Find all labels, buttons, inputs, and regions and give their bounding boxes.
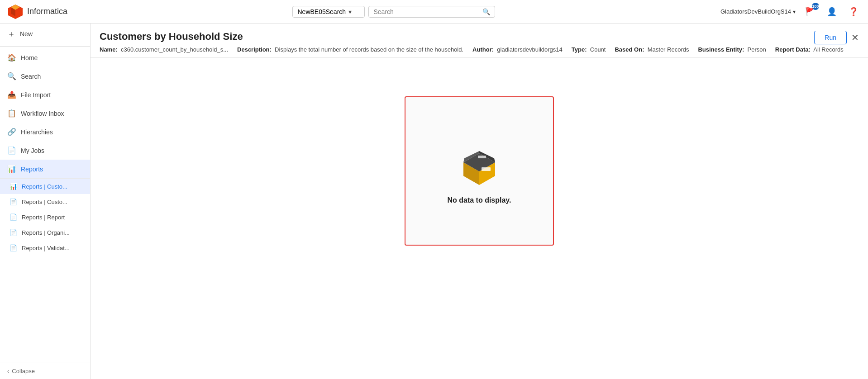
chevron-left-icon: ‹ <box>7 368 9 374</box>
report-desc-value: Displays the total number of records bas… <box>275 46 463 53</box>
sidebar-item-hierarchies[interactable]: 🔗 Hierarchies <box>0 123 90 141</box>
report-actions: Run ✕ <box>814 31 859 44</box>
chevron-down-icon: ▾ <box>348 8 352 15</box>
search-context-dropdown[interactable]: NewBE05Search ▾ <box>292 6 365 18</box>
reports-validat-icon: 📄 <box>9 244 17 251</box>
reports-icon: 📊 <box>7 165 16 173</box>
report-header: Customers by Household Size Name: c360.c… <box>91 24 868 58</box>
sidebar-sub-item-reports-report[interactable]: 📄 Reports | Report <box>0 209 90 225</box>
report-data-value: All Records <box>813 46 843 53</box>
report-author-value: gladiatorsdevbuildorgs14 <box>497 46 563 53</box>
home-icon: 🏠 <box>7 53 16 62</box>
org-selector[interactable]: GladiatorsDevBuildOrgS14 ▾ <box>720 8 796 15</box>
report-based-on-label: Based On: <box>615 46 644 53</box>
informatica-logo-icon <box>7 4 24 20</box>
collapse-label: Collapse <box>12 368 35 374</box>
org-label: GladiatorsDevBuildOrgS14 <box>720 8 791 15</box>
report-data: Report Data: All Records <box>775 46 844 53</box>
no-data-box-icon <box>454 137 504 187</box>
sidebar-sub-item-reports-organi[interactable]: 📄 Reports | Organi... <box>0 225 90 240</box>
sidebar-label-my-jobs: My Jobs <box>21 147 44 154</box>
svg-rect-9 <box>482 167 491 171</box>
help-button[interactable]: ❓ <box>846 5 861 19</box>
my-jobs-icon: 📄 <box>7 146 16 155</box>
report-panel: Customers by Household Size Name: c360.c… <box>91 24 868 379</box>
report-business-entity: Business Entity: Person <box>698 46 766 53</box>
sidebar-sub-item-reports-custo-1[interactable]: 📊 Reports | Custo... <box>0 179 90 194</box>
report-description: Description: Displays the total number o… <box>237 46 463 53</box>
sidebar-item-search[interactable]: 🔍 Search <box>0 67 90 85</box>
top-nav: Informatica NewBE05Search ▾ 🔍 Gladiators… <box>0 0 868 24</box>
no-data-box: No data to display. <box>405 96 554 246</box>
report-author: Author: gladiatorsdevbuildorgs14 <box>472 46 563 53</box>
content-area: Customers by Household Size Name: c360.c… <box>91 24 868 379</box>
file-import-icon: 📥 <box>7 90 16 99</box>
report-title: Customers by Household Size <box>100 31 859 43</box>
chevron-down-icon-org: ▾ <box>793 9 796 15</box>
report-name-label: Name: <box>100 46 118 53</box>
user-profile-button[interactable]: 👤 <box>825 5 839 19</box>
search-icon-sidebar: 🔍 <box>7 72 16 81</box>
hierarchies-icon: 🔗 <box>7 128 16 136</box>
sidebar-item-reports[interactable]: 📊 Reports <box>0 160 90 178</box>
report-meta: Name: c360.customer_count_by_household_s… <box>100 46 859 53</box>
workflow-inbox-icon: 📋 <box>7 109 16 118</box>
sidebar-label-workflow-inbox: Workflow Inbox <box>21 110 64 117</box>
report-data-label: Report Data: <box>775 46 811 53</box>
sidebar: ＋ New 🏠 Home 🔍 Search 📥 File Import 📋 Wo… <box>0 24 91 379</box>
sidebar-label-hierarchies: Hierarchies <box>21 128 53 136</box>
sidebar-item-my-jobs[interactable]: 📄 My Jobs <box>0 141 90 160</box>
notification-badge: 100 <box>812 3 819 10</box>
sidebar-item-file-import[interactable]: 📥 File Import <box>0 85 90 104</box>
svg-rect-10 <box>478 156 486 158</box>
sidebar-sub-item-reports-custo-2[interactable]: 📄 Reports | Custo... <box>0 194 90 209</box>
search-input[interactable] <box>373 8 480 15</box>
sidebar-sub-label-report: Reports | Report <box>22 214 65 221</box>
close-icon: ✕ <box>851 32 859 43</box>
sidebar-label-search: Search <box>21 73 41 80</box>
search-context-label: NewBE05Search <box>297 8 346 15</box>
report-name-value: c360.customer_count_by_household_s... <box>121 46 228 53</box>
sidebar-sub-label-organi: Reports | Organi... <box>22 229 70 236</box>
reports-report-icon: 📄 <box>9 213 17 221</box>
sidebar-divider-top <box>0 46 90 47</box>
report-based-on-value: Master Records <box>648 46 689 53</box>
reports-organi-icon: 📄 <box>9 229 17 236</box>
notifications-button[interactable]: 🚩 100 <box>803 5 817 19</box>
collapse-button[interactable]: ‹ Collapse <box>0 363 90 379</box>
report-name: Name: c360.customer_count_by_household_s… <box>100 46 228 53</box>
sidebar-label-reports: Reports <box>21 166 43 173</box>
reports-custo-2-icon: 📄 <box>9 198 17 205</box>
box-svg <box>454 137 504 187</box>
sidebar-label-file-import: File Import <box>21 91 51 99</box>
sidebar-label-home: Home <box>21 54 38 62</box>
top-nav-center: NewBE05Search ▾ 🔍 <box>67 6 720 18</box>
report-author-label: Author: <box>472 46 494 53</box>
run-button[interactable]: Run <box>814 31 847 44</box>
report-based-on: Based On: Master Records <box>615 46 689 53</box>
sidebar-sub-item-reports-validat[interactable]: 📄 Reports | Validat... <box>0 240 90 256</box>
sidebar-sub-label-custo-2: Reports | Custo... <box>22 199 67 205</box>
report-be-value: Person <box>748 46 766 53</box>
report-body: No data to display. <box>91 58 868 284</box>
search-input-wrap: 🔍 <box>368 6 495 18</box>
main-layout: ＋ New 🏠 Home 🔍 Search 📥 File Import 📋 Wo… <box>0 24 868 379</box>
plus-icon: ＋ <box>7 28 15 39</box>
sidebar-item-home[interactable]: 🏠 Home <box>0 48 90 67</box>
search-icon: 🔍 <box>482 8 490 15</box>
new-button[interactable]: ＋ New <box>0 24 90 44</box>
close-button[interactable]: ✕ <box>851 32 859 43</box>
logo-area: Informatica <box>7 4 67 20</box>
app-title: Informatica <box>27 7 67 16</box>
report-desc-label: Description: <box>237 46 272 53</box>
user-icon: 👤 <box>827 7 837 17</box>
sidebar-item-workflow-inbox[interactable]: 📋 Workflow Inbox <box>0 104 90 123</box>
report-be-label: Business Entity: <box>698 46 744 53</box>
sidebar-sub-section: 📊 Reports | Custo... 📄 Reports | Custo..… <box>0 178 90 256</box>
report-type: Type: Count <box>572 46 606 53</box>
report-type-value: Count <box>590 46 606 53</box>
new-label: New <box>20 30 33 38</box>
no-data-text: No data to display. <box>447 196 511 204</box>
help-icon: ❓ <box>849 7 858 17</box>
reports-custo-1-icon: 📊 <box>9 183 17 190</box>
